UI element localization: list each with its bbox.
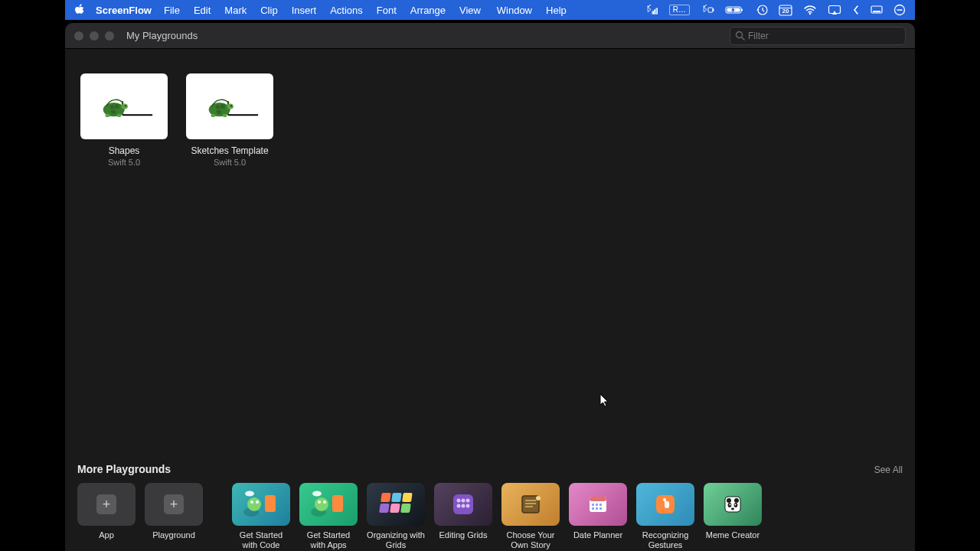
window-close-button[interactable] — [74, 31, 83, 41]
svg-rect-15 — [873, 11, 880, 12]
menu-insert[interactable]: Insert — [292, 5, 317, 16]
window-minimize-button[interactable] — [90, 31, 99, 41]
template-thumbnail — [232, 483, 290, 526]
playground-name: Shapes — [80, 145, 168, 156]
template-tile[interactable]: Choose Your Own Story — [501, 483, 560, 552]
template-thumbnail — [501, 483, 560, 526]
tile-caption: Editing Grids — [434, 530, 492, 550]
template-thumbnail — [299, 483, 358, 526]
svg-rect-6 — [741, 9, 743, 11]
battery-icon[interactable] — [725, 5, 745, 15]
svg-point-83 — [735, 504, 737, 505]
svg-point-50 — [323, 500, 326, 504]
menu-actions[interactable]: Actions — [330, 5, 363, 16]
template-tile[interactable]: Recognizing Gestures — [636, 483, 694, 552]
menu-edit[interactable]: Edit — [194, 5, 211, 16]
app-name[interactable]: ScreenFlow — [96, 5, 152, 16]
template-tile[interactable]: Meme Creator — [704, 483, 762, 550]
svg-rect-52 — [381, 493, 391, 502]
menu-arrange[interactable]: Arrange — [410, 5, 446, 16]
svg-rect-72 — [592, 507, 594, 510]
playground-thumbnail — [186, 73, 273, 139]
playground-item[interactable]: Sketches Template Swift 5.0 — [186, 73, 273, 167]
template-tile[interactable]: Get Started with Code — [232, 483, 290, 552]
svg-point-60 — [462, 498, 466, 502]
template-tile[interactable]: Editing Grids — [434, 483, 492, 550]
svg-point-61 — [466, 498, 470, 502]
template-tile[interactable]: Get Started with Apps — [299, 483, 358, 552]
template-tile[interactable]: Organizing with Grids — [367, 483, 425, 552]
menu-clip[interactable]: Clip — [260, 5, 277, 16]
more-playgrounds-section: More Playgrounds See All +App+Playground… — [65, 458, 915, 552]
svg-point-51 — [312, 491, 322, 496]
svg-marker-13 — [832, 11, 837, 15]
playground-item[interactable]: Shapes Swift 5.0 — [80, 73, 168, 167]
create-playground-tile[interactable]: +Playground — [145, 483, 203, 550]
svg-marker-34 — [220, 104, 225, 109]
recording-status[interactable]: R… — [669, 5, 690, 15]
dock-icon[interactable] — [871, 5, 883, 15]
do-not-disturb-icon[interactable] — [893, 4, 906, 16]
time-machine-icon[interactable] — [756, 4, 768, 16]
see-all-link[interactable]: See All — [874, 465, 903, 475]
svg-rect-68 — [590, 497, 606, 501]
bluetooth-battery-icon[interactable] — [701, 5, 714, 15]
chevron-left-icon[interactable] — [852, 5, 860, 15]
create-tile-box: + — [145, 483, 203, 526]
playgrounds-window: My Playgrounds — [65, 23, 915, 551]
tile-caption: Organizing with Grids — [367, 530, 425, 552]
svg-point-48 — [315, 497, 328, 511]
svg-rect-53 — [391, 493, 402, 502]
playground-subtitle: Swift 5.0 — [80, 158, 168, 167]
mouse-cursor-icon — [599, 393, 610, 409]
tile-caption: Date Planner — [569, 530, 627, 550]
menu-file[interactable]: File — [164, 5, 180, 16]
template-tile[interactable]: Date Planner — [569, 483, 627, 550]
svg-marker-24 — [115, 104, 119, 109]
svg-point-49 — [318, 500, 321, 504]
svg-rect-1 — [654, 10, 655, 14]
svg-point-26 — [122, 104, 128, 109]
svg-rect-57 — [400, 504, 411, 513]
plus-icon: + — [96, 494, 116, 514]
window-traffic-lights[interactable] — [74, 31, 114, 41]
filter-field[interactable] — [730, 27, 906, 45]
svg-point-36 — [227, 104, 234, 109]
menu-font[interactable]: Font — [377, 5, 397, 16]
template-thumbnail — [434, 483, 492, 526]
svg-rect-41 — [265, 495, 276, 512]
wifi-icon[interactable] — [803, 5, 817, 15]
tile-caption: App — [77, 530, 136, 550]
apple-menu-icon[interactable] — [74, 4, 85, 16]
template-thumbnail — [569, 483, 627, 526]
tile-caption: Meme Creator — [704, 530, 762, 550]
menu-view[interactable]: View — [459, 5, 481, 16]
svg-rect-2 — [656, 8, 658, 14]
svg-point-79 — [734, 498, 739, 503]
svg-rect-74 — [599, 507, 602, 510]
svg-point-11 — [809, 13, 811, 15]
svg-rect-73 — [596, 507, 598, 510]
svg-rect-56 — [390, 504, 400, 513]
playground-name: Sketches Template — [186, 145, 273, 156]
svg-point-84 — [731, 507, 734, 510]
calendar-status-icon[interactable]: 20 — [779, 4, 792, 16]
screen-mirroring-icon[interactable] — [828, 5, 841, 15]
svg-point-42 — [247, 497, 261, 511]
svg-line-19 — [742, 37, 745, 41]
svg-rect-54 — [402, 493, 413, 502]
tile-caption: Get Started with Apps — [299, 530, 358, 552]
menu-help[interactable]: Help — [546, 5, 567, 16]
svg-point-82 — [730, 504, 731, 505]
bluetooth-audio-icon[interactable] — [645, 5, 658, 15]
tile-caption: Recognizing Gestures — [636, 530, 694, 552]
my-playgrounds-grid: Shapes Swift 5.0 — [65, 49, 915, 191]
create-app-tile[interactable]: +App — [77, 483, 136, 550]
window-zoom-button[interactable] — [105, 31, 114, 41]
filter-input[interactable] — [748, 31, 900, 41]
svg-point-29 — [117, 114, 122, 117]
tile-caption: Playground — [145, 530, 203, 550]
menu-mark[interactable]: Mark — [224, 5, 247, 16]
svg-rect-55 — [379, 504, 390, 513]
menu-window[interactable]: Window — [497, 5, 532, 16]
